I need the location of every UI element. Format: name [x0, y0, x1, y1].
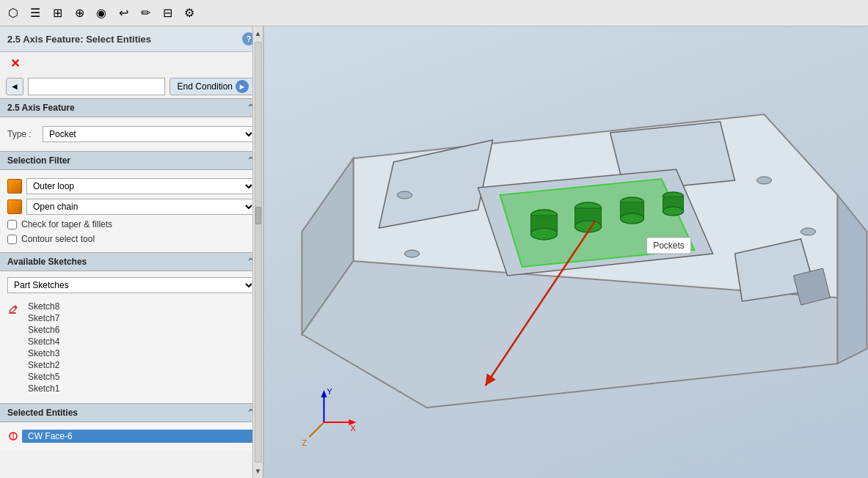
3d-model-svg: Pockets Y X Z: [264, 26, 868, 478]
sketch-item-sketch1[interactable]: Sketch1: [25, 383, 255, 394]
main-layout: 2.5 Axis Feature: Select Entities ? ✕ ◄ …: [0, 26, 868, 478]
sketch-item-sketch7[interactable]: Sketch7: [25, 312, 255, 324]
sketch-icon[interactable]: ✏: [135, 3, 156, 23]
filter-icon-1: [7, 179, 22, 194]
list-icon[interactable]: ☰: [25, 3, 45, 23]
svg-text:Pockets: Pockets: [653, 240, 685, 251]
sketches-list: Sketch8 Sketch7 Sketch6 Sketch4 Sketch3 …: [7, 298, 255, 397]
svg-point-23: [663, 207, 684, 216]
end-condition-arrow-icon: ►: [236, 80, 249, 93]
scroll-down-arrow[interactable]: ▼: [255, 464, 262, 478]
filter-select-1[interactable]: Outer loop Inner loop All: [26, 178, 255, 194]
entity-icon: [7, 430, 19, 442]
svg-marker-6: [838, 195, 867, 364]
panel-header: 2.5 Axis Feature: Select Entities ?: [0, 26, 263, 52]
available-sketches-title: Available Sketches: [7, 257, 87, 267]
type-select[interactable]: Pocket Profile Face Slot: [43, 126, 255, 142]
filter-select-2[interactable]: Open chain Closed chain All: [26, 199, 255, 215]
tree-icon[interactable]: ⊞: [47, 3, 68, 23]
svg-point-26: [398, 191, 412, 199]
close-button[interactable]: ✕: [6, 55, 24, 72]
svg-marker-34: [321, 390, 327, 397]
selected-entity-label[interactable]: CW Face-6: [22, 430, 255, 443]
panel-title: 2.5 Axis Feature: Select Entities: [7, 34, 151, 45]
feature-icon[interactable]: ⬡: [3, 3, 23, 23]
sketch-list-items: Sketch8 Sketch7 Sketch6 Sketch4 Sketch3 …: [25, 301, 255, 394]
scroll-up-arrow[interactable]: ▲: [255, 26, 262, 40]
sketch-item-sketch8[interactable]: Sketch8: [25, 301, 255, 312]
taper-fillets-checkbox[interactable]: [7, 220, 17, 229]
svg-point-25: [801, 228, 816, 235]
selection-filter-content: Outer loop Inner loop All Open chain Clo…: [0, 170, 263, 252]
svg-point-27: [757, 177, 772, 184]
close-row: ✕: [0, 52, 263, 75]
nav-back-button[interactable]: ◄: [6, 78, 23, 95]
scroll-track: [255, 42, 262, 463]
selected-entities-title: Selected Entities: [7, 408, 78, 418]
nav-input[interactable]: [28, 78, 165, 95]
scroll-thumb: [255, 207, 261, 224]
selection-filter-section-header[interactable]: Selection Filter ⌃: [0, 151, 263, 170]
sketch-item-sketch5[interactable]: Sketch5: [25, 371, 255, 383]
sketch-item-sketch2[interactable]: Sketch2: [25, 359, 255, 371]
svg-text:X: X: [351, 424, 357, 433]
axis-feature-section-header[interactable]: 2.5 Axis Feature ⌃: [0, 98, 263, 117]
filter-icon-2: [7, 199, 22, 214]
contour-select-label: Contour select tool: [21, 234, 95, 244]
part-sketches-dropdown[interactable]: Part Sketches Assembly Sketches: [7, 277, 255, 293]
settings-icon[interactable]: ⚙: [179, 3, 200, 23]
checkbox-row-2: Contour select tool: [7, 232, 255, 246]
svg-point-20: [621, 213, 644, 224]
end-condition-label: End Condition: [178, 81, 233, 92]
selected-entity-row: CW Face-6: [7, 428, 255, 444]
undo-icon[interactable]: ↩: [113, 3, 134, 23]
globe-icon[interactable]: ◉: [91, 3, 112, 23]
filter-row-2: Open chain Closed chain All: [7, 196, 255, 217]
contour-select-checkbox[interactable]: [7, 235, 17, 244]
svg-point-14: [531, 228, 558, 240]
svg-text:Z: Z: [302, 438, 307, 447]
axis-feature-content: Type : Pocket Profile Face Slot: [0, 117, 263, 151]
selected-entities-section-header[interactable]: Selected Entities ⌃: [0, 403, 263, 422]
type-row: Type : Pocket Profile Face Slot: [7, 123, 255, 145]
viewport[interactable]: Pockets Y X Z: [264, 26, 868, 478]
top-toolbar: ⬡ ☰ ⊞ ⊕ ◉ ↩ ✏ ⊟ ⚙: [0, 0, 868, 26]
sketch-edit-icon: [7, 301, 21, 345]
axis-feature-title: 2.5 Axis Feature: [7, 103, 75, 113]
sketch-item-sketch6[interactable]: Sketch6: [25, 324, 255, 336]
selected-entities-content: CW Face-6: [0, 422, 263, 450]
sketch-item-sketch3[interactable]: Sketch3: [25, 348, 255, 359]
svg-text:Y: Y: [327, 387, 333, 396]
nav-row: ◄ End Condition ►: [0, 75, 263, 98]
filter-icon[interactable]: ⊟: [157, 3, 178, 23]
available-sketches-content: Part Sketches Assembly Sketches Sketch8 …: [0, 271, 263, 403]
type-label: Type :: [7, 129, 37, 139]
taper-fillets-label: Check for taper & fillets: [21, 219, 112, 229]
end-condition-button[interactable]: End Condition ►: [169, 78, 257, 95]
filter-row-1: Outer loop Inner loop All: [7, 176, 255, 196]
panel-scrollbar[interactable]: ▲ ▼: [252, 26, 263, 478]
left-panel: 2.5 Axis Feature: Select Entities ? ✕ ◄ …: [0, 26, 264, 478]
checkbox-row-1: Check for taper & fillets: [7, 217, 255, 232]
available-sketches-section-header[interactable]: Available Sketches ⌃: [0, 252, 263, 271]
svg-line-39: [310, 422, 324, 437]
selection-filter-title: Selection Filter: [7, 155, 70, 166]
svg-point-24: [405, 250, 420, 257]
sketch-item-sketch4[interactable]: Sketch4: [25, 336, 255, 348]
target-icon[interactable]: ⊕: [69, 3, 90, 23]
